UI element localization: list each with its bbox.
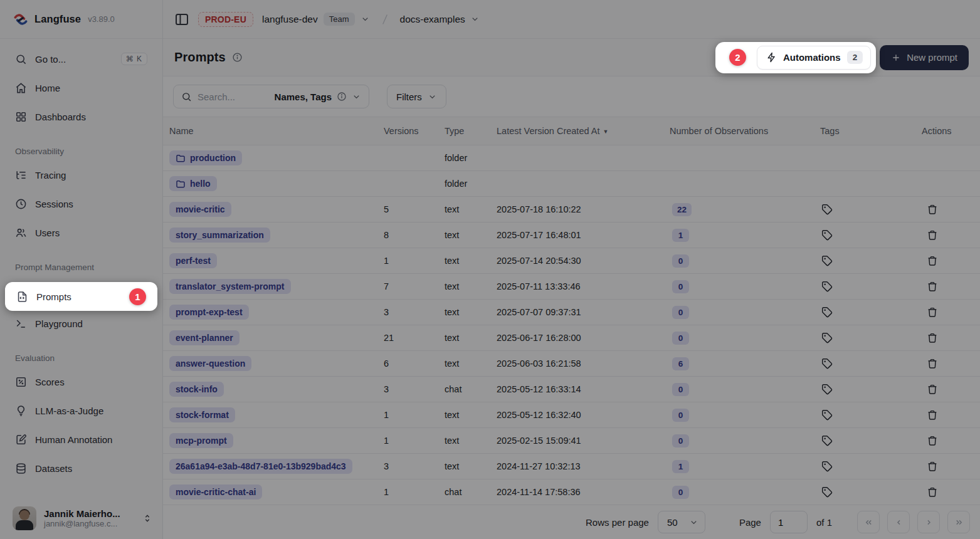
- prompts-spotlight: Prompts 1: [5, 282, 157, 311]
- automations-count: 2: [847, 51, 863, 64]
- zap-icon: [766, 52, 777, 63]
- sidebar-item-prompts[interactable]: Prompts 1: [9, 285, 154, 308]
- automations-spotlight: 2 Automations 2: [715, 42, 876, 73]
- prompt-file-icon: [16, 291, 28, 303]
- app-window: Langfuse v3.89.0 Go to... ⌘ K Home Dashb…: [0, 0, 980, 539]
- dim-overlay: [0, 0, 980, 539]
- annotation-marker-1: 1: [129, 288, 146, 305]
- automations-button[interactable]: Automations 2: [757, 46, 871, 70]
- annotation-marker-2: 2: [729, 49, 746, 66]
